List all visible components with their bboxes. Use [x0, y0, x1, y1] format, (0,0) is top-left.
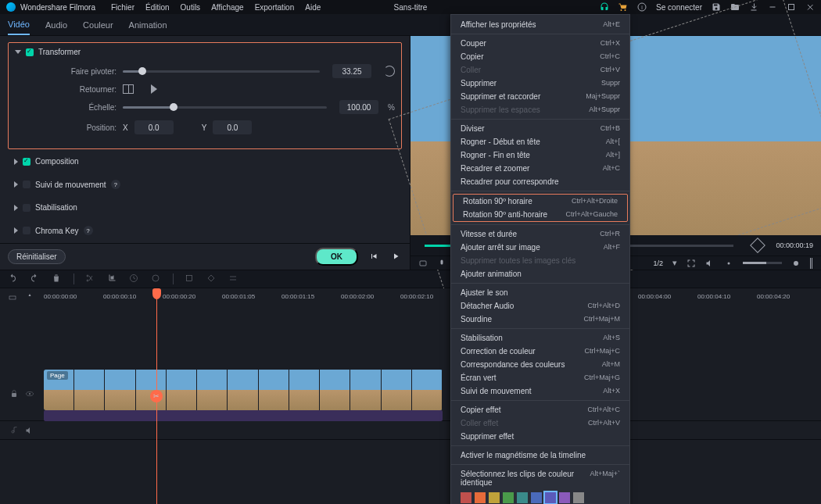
maximize-icon[interactable] [787, 2, 796, 12]
save-icon[interactable] [712, 2, 721, 12]
ctx-split[interactable]: DiviserCtrl+B [451, 122, 629, 135]
flip-horizontal-icon[interactable] [123, 84, 134, 94]
chroma-checkbox[interactable] [23, 227, 30, 234]
ctx-ripple-delete[interactable]: Supprimer et raccorderMaj+Suppr [451, 90, 629, 103]
settings-icon[interactable] [724, 259, 733, 268]
tab-audio[interactable]: Audio [45, 16, 67, 34]
ctx-green-screen[interactable]: Écran vertCtrl+Maj+G [451, 371, 629, 384]
timeline-marker-icon[interactable] [25, 293, 34, 304]
volume-slider[interactable] [743, 262, 782, 264]
ctx-trim-end[interactable]: Rogner - Fin en têteAlt+] [451, 148, 629, 162]
ctx-del-effect[interactable]: Supprimer effet [451, 430, 629, 443]
delete-icon[interactable] [52, 273, 63, 284]
expand-icon[interactable] [14, 227, 18, 234]
ctx-speed[interactable]: Vitesse et duréeCtrl+R [451, 227, 629, 241]
menu-edit[interactable]: Édition [145, 3, 170, 12]
tracking-checkbox[interactable] [23, 181, 30, 188]
music-track-icon[interactable] [9, 426, 19, 435]
reset-button[interactable]: Réinitialiser [8, 249, 66, 264]
ctx-color-correct[interactable]: Correction de couleurCtrl+Maj+C [451, 345, 629, 358]
keyframe-icon[interactable] [751, 238, 766, 253]
eye-icon[interactable] [25, 389, 34, 399]
cut-icon[interactable] [85, 273, 96, 284]
scissors-icon[interactable]: ✂ [150, 390, 163, 402]
expand-icon[interactable] [14, 159, 18, 165]
ctx-detach-audio[interactable]: Détacher AudioCtrl+Alt+D [451, 299, 629, 313]
expand-icon[interactable] [14, 181, 18, 188]
crop-icon[interactable] [107, 273, 118, 284]
ctx-freeze[interactable]: Ajouter arrêt sur imageAlt+F [451, 241, 629, 254]
color-swatch[interactable] [489, 492, 500, 503]
composition-checkbox[interactable] [23, 158, 30, 166]
help-icon[interactable]: ? [111, 180, 120, 189]
color-swatch[interactable] [531, 492, 542, 503]
expand-icon[interactable] [14, 205, 18, 211]
video-clip[interactable]: Page [44, 370, 443, 410]
minimize-icon[interactable] [768, 2, 777, 12]
ctx-copy[interactable]: CopierCtrl+C [451, 50, 629, 63]
headphones-icon[interactable] [600, 2, 609, 12]
adjust-icon[interactable] [228, 273, 239, 284]
speed-icon[interactable] [129, 273, 140, 284]
ctx-rotate-ccw[interactable]: Rotation 90º anti-horaireCtrl+Alt+Gauche [454, 208, 627, 221]
ctx-crop-fit[interactable]: Recadrer pour correspondre [451, 175, 629, 188]
ctx-color-match[interactable]: Correspondance des couleursAlt+M [451, 358, 629, 371]
ctx-tracking[interactable]: Suivi de mouvementAlt+X [451, 384, 629, 398]
keyframe-tool-icon[interactable] [206, 273, 217, 284]
ctx-properties[interactable]: Afficher les propriétésAlt+E [451, 18, 629, 31]
ctx-trim-start[interactable]: Rogner - Début en têteAlt+[ [451, 135, 629, 148]
color-swatch[interactable] [559, 492, 570, 503]
undo-icon[interactable] [8, 273, 19, 284]
menu-view[interactable]: Affichage [211, 3, 244, 12]
record-icon[interactable] [791, 259, 801, 268]
collapse-icon[interactable] [15, 50, 21, 54]
download-icon[interactable] [749, 2, 758, 12]
pos-x-value[interactable]: 0.0 [134, 120, 174, 134]
timeline-ruler[interactable]: 00:00:00:00 00:00:00:10 00:00:00:20 00:0… [0, 288, 821, 312]
help-icon[interactable]: ? [84, 226, 93, 235]
color-swatch[interactable] [545, 492, 556, 503]
rotate-slider[interactable] [123, 70, 320, 73]
lock-icon[interactable] [9, 389, 19, 399]
menu-tools[interactable]: Outils [181, 3, 201, 12]
color-swatch[interactable] [503, 492, 514, 503]
scale-slider[interactable] [123, 106, 327, 109]
ctx-snap[interactable]: Activer le magnétisme de la timeline [451, 449, 629, 462]
menu-help[interactable]: Aide [305, 3, 321, 12]
pos-y-value[interactable]: 0.0 [213, 120, 252, 134]
open-icon[interactable] [730, 2, 740, 12]
color-swatch[interactable] [573, 492, 584, 503]
ok-button[interactable]: OK [315, 248, 358, 266]
sign-in-link[interactable]: Se connecter [656, 3, 702, 12]
scale-value[interactable]: 100.00 [339, 100, 378, 114]
menu-file[interactable]: Fichier [111, 3, 134, 12]
info-icon[interactable]: i [637, 2, 647, 12]
color-swatch[interactable] [461, 492, 471, 503]
close-icon[interactable] [805, 2, 815, 12]
color-icon[interactable] [151, 273, 162, 284]
transformer-checkbox[interactable] [26, 48, 34, 56]
mic-icon[interactable] [437, 259, 446, 268]
stabilisation-checkbox[interactable] [23, 204, 30, 212]
ctx-adjust-audio[interactable]: Ajuster le son [451, 286, 629, 299]
playhead[interactable]: ✂ [156, 288, 157, 504]
prev-frame-icon[interactable] [369, 252, 380, 263]
screenshot-icon[interactable] [418, 259, 428, 268]
tab-animation[interactable]: Animation [129, 16, 167, 34]
tab-color[interactable]: Couleur [83, 16, 113, 34]
ctx-add-animation[interactable]: Ajouter animation [451, 267, 629, 281]
audio-clip[interactable] [44, 410, 443, 421]
ctx-cut[interactable]: CouperCtrl+X [451, 37, 629, 50]
greenscreen-icon[interactable] [185, 273, 195, 284]
audio-track[interactable] [0, 421, 821, 440]
timeline-zoom-icon[interactable] [8, 293, 17, 304]
color-swatch[interactable] [517, 492, 528, 503]
ctx-crop-zoom[interactable]: Recadrer et zoomerAlt+C [451, 162, 629, 175]
levels-icon[interactable] [810, 258, 813, 269]
volume-icon[interactable] [705, 259, 715, 268]
menu-export[interactable]: Exportation [255, 3, 295, 12]
ctx-delete[interactable]: SupprimerSuppr [451, 77, 629, 90]
redo-icon[interactable] [30, 273, 41, 284]
rotate-reset-icon[interactable] [384, 66, 395, 77]
rotate-value[interactable]: 33.25 [332, 64, 371, 78]
